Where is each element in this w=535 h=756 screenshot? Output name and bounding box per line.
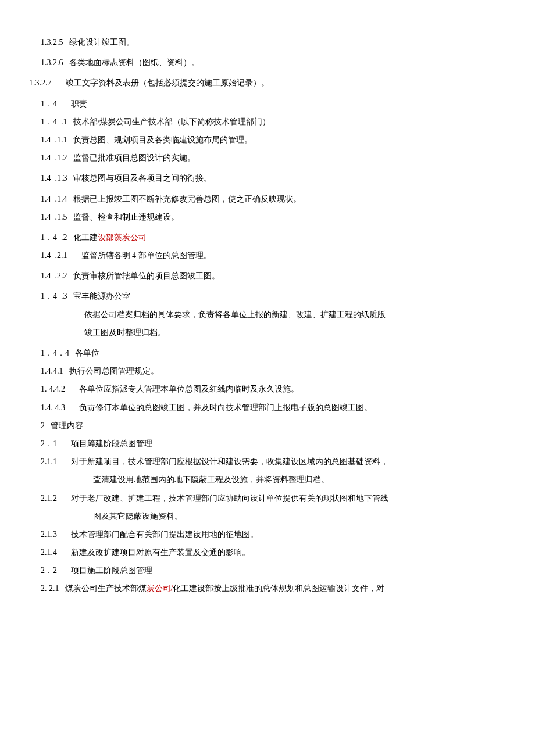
line-number-suffix: .1.5 — [55, 210, 67, 224]
line-number-suffix: .1.3 — [55, 171, 67, 185]
line-number: 2.1.4 — [41, 545, 57, 560]
line-text: 审核总图与项目及各项目之间的衔接。 — [73, 171, 507, 185]
document-line: 1.4.4.1执行公司总图管理规定。 — [29, 364, 506, 378]
document-line: 1.4.1.4根据已上报竣工图不断补充修改完善总图，使之正确反映现状。 — [29, 192, 506, 206]
line-number: 1.4.4.1 — [41, 364, 63, 378]
line-number: 1.4 — [41, 151, 54, 165]
document-line: 1.4.2.1监督所辖各明 4 部单位的总图管理。 — [29, 248, 506, 263]
document-line: 2.1.4新建及改扩建项目对原有生产装置及交通的影响。 — [29, 545, 506, 560]
line-number: 1. 4.4.2 — [41, 382, 65, 396]
line-text: 技术管理部门配合有关部门提出建设用地的征地图。 — [71, 527, 506, 542]
document-line: 2.1.1对于新建项目，技术管理部门应根据设计和建设需要，收集建设区域内的总图基… — [29, 454, 506, 469]
document-line: 2.1.2对于老厂改建、扩建工程，技术管理部门应协助向设计单位提供有关的现状图和… — [29, 491, 506, 506]
line-number: 1.3.2.7 — [29, 76, 52, 90]
line-text: 监督、检查和制止违规建设。 — [73, 210, 507, 224]
document-line: 2. 2.1煤炭公司生产技术部煤炭公司/化工建设部按上级批准的总体规划和总图运输… — [29, 581, 506, 596]
line-number-suffix: .3 — [61, 289, 67, 303]
line-number: 1.4 — [41, 248, 54, 263]
line-text: 查清建设用地范围内的地下隐蔽工程及设施，并将资料整理归档。 — [93, 472, 506, 487]
line-text: 职责 — [71, 96, 506, 111]
line-text: 新建及改扩建项目对原有生产装置及交通的影响。 — [71, 545, 506, 560]
line-number-suffix: .2 — [61, 230, 67, 245]
line-text: 宝丰能源办公室 — [73, 289, 507, 303]
line-number-suffix: .1.1 — [55, 132, 67, 147]
line-text: 技术部/煤炭公司生产技术部（以下简称技术管理部门） — [73, 114, 507, 129]
line-text: 监督所辖各明 4 部单位的总图管理。 — [81, 248, 507, 263]
line-number-suffix: .2.2 — [55, 268, 67, 283]
document-line: 1.3.2.7竣工文字资料及表册（包括必须提交的施工原始记录）。 — [29, 76, 506, 90]
line-number: 1．4．4 — [41, 346, 69, 360]
document-line: 1．4职责 — [29, 96, 506, 111]
document-line: 2．2项目施工阶段总图管理 — [29, 563, 506, 578]
line-text: 各单位 — [75, 346, 506, 360]
red-text: 炭公司/ — [147, 584, 173, 593]
document-line: 1. 4.4.2各单位应指派专人管理本单位总图及红线内临时及永久设施。 — [29, 382, 506, 396]
line-number: 1.4 — [41, 132, 54, 147]
line-number: 2.1.1 — [41, 454, 57, 469]
line-text: 对于新建项目，技术管理部门应根据设计和建设需要，收集建设区域内的总图基础资料， — [71, 454, 506, 469]
line-number: 1．4 — [41, 289, 59, 303]
document-line: 2．1项目筹建阶段总图管理 — [29, 436, 506, 451]
document-line: 2.1.3技术管理部门配合有关部门提出建设用地的征地图。 — [29, 527, 506, 542]
line-text: 负贡修订本单位的总图竣工图，并及时向技术管理部门上报电子版的总图竣工图。 — [79, 400, 506, 415]
line-text: 依据公司档案归档的具体要求，负责将各单位上报的新建、改建、扩建工程的纸质版 — [84, 307, 506, 322]
line-number: 1.4 — [41, 210, 54, 224]
red-text: 设部藻炭公司 — [98, 233, 147, 242]
document-line: 1.3.2.5绿化设计竣工图。 — [29, 35, 506, 49]
line-text: 负责总图、规划项目及各类临建设施布局的管理。 — [73, 132, 507, 147]
document-line: 竣工图及时整理归档。 — [29, 325, 506, 340]
line-number: 1．4 — [41, 230, 59, 245]
line-text: 竣工文字资料及表册（包括必须提交的施工原始记录）。 — [66, 76, 507, 90]
line-number: 1.4 — [41, 192, 54, 206]
document-line: 1.4.1.2监督已批准项目总图设计的实施。 — [29, 151, 506, 165]
line-number: 2.1.2 — [41, 491, 57, 506]
document-line: 1．4.3宝丰能源办公室 — [29, 289, 506, 303]
line-number-suffix: .1.2 — [55, 151, 67, 165]
document-line: 查清建设用地范围内的地下隐蔽工程及设施，并将资料整理归档。 — [29, 472, 506, 487]
line-number: 2．2 — [41, 563, 57, 578]
document-line: 1.4. 4.3负贡修订本单位的总图竣工图，并及时向技术管理部门上报电子版的总图… — [29, 400, 506, 415]
line-text: 执行公司总图管理规定。 — [69, 364, 507, 378]
document-line: 图及其它隐蔽设施资料。 — [29, 509, 506, 524]
line-number: 1.4 — [41, 171, 54, 185]
line-text: 图及其它隐蔽设施资料。 — [93, 509, 506, 524]
document-line: 1．4．4各单位 — [29, 346, 506, 360]
line-number: 1.3.2.5 — [41, 35, 63, 49]
document-line: 1.4.2.2负责审核所管辖单位的项目总图竣工图。 — [29, 268, 506, 283]
line-text: 竣工图及时整理归档。 — [84, 325, 506, 340]
line-text: 管理内容 — [51, 418, 506, 433]
line-number: 1．4 — [41, 96, 57, 111]
line-text: 绿化设计竣工图。 — [69, 35, 507, 49]
document-line: 1．4.2化工建设部藻炭公司 — [29, 230, 506, 245]
document-line: 1.4.1.1负责总图、规划项目及各类临建设施布局的管理。 — [29, 132, 506, 147]
line-text: 根据已上报竣工图不断补充修改完善总图，使之正确反映现状。 — [73, 192, 507, 206]
line-text: 项目施工阶段总图管理 — [71, 563, 506, 578]
line-text: 各单位应指派专人管理本单位总图及红线内临时及永久设施。 — [79, 382, 506, 396]
line-number-suffix: .2.1 — [55, 248, 67, 263]
line-number-suffix: .1.4 — [55, 192, 67, 206]
line-number: 2．1 — [41, 436, 57, 451]
line-number: 2. 2.1 — [41, 581, 59, 596]
line-number: 2 — [41, 418, 45, 433]
line-number: 2.1.3 — [41, 527, 57, 542]
document-line: 1.4.1.3审核总图与项目及各项目之间的衔接。 — [29, 171, 506, 185]
line-text: 化工建设部藻炭公司 — [73, 230, 507, 245]
line-number: 1.3.2.6 — [41, 55, 63, 70]
line-text: 各类地面标志资料（图纸、资料）。 — [69, 55, 507, 70]
line-text: 负责审核所管辖单位的项目总图竣工图。 — [73, 268, 507, 283]
document-line: 1.4.1.5监督、检查和制止违规建设。 — [29, 210, 506, 224]
line-text: 对于老厂改建、扩建工程，技术管理部门应协助向设计单位提供有关的现状图和地下管线 — [71, 491, 506, 506]
document-line: 依据公司档案归档的具体要求，负责将各单位上报的新建、改建、扩建工程的纸质版 — [29, 307, 506, 322]
document-line: 1.3.2.6各类地面标志资料（图纸、资料）。 — [29, 55, 506, 70]
line-text: 项目筹建阶段总图管理 — [71, 436, 506, 451]
line-text: 监督已批准项目总图设计的实施。 — [73, 151, 507, 165]
line-number: 1．4 — [41, 114, 59, 129]
line-number: 1.4. 4.3 — [41, 400, 65, 415]
document-line: 2管理内容 — [29, 418, 506, 433]
line-text: 煤炭公司生产技术部煤炭公司/化工建设部按上级批准的总体规划和总图运输设计文件，对 — [65, 581, 507, 596]
document-line: 1．4.1技术部/煤炭公司生产技术部（以下简称技术管理部门） — [29, 114, 506, 129]
line-number: 1.4 — [41, 268, 54, 283]
line-number-suffix: .1 — [61, 114, 67, 129]
